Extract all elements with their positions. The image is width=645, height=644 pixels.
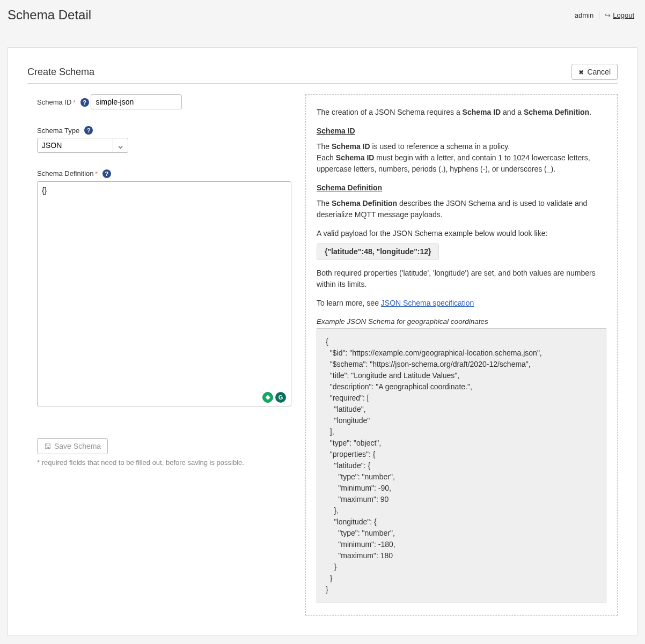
help-icon[interactable] [84,126,93,135]
schema-id-input[interactable] [91,94,182,109]
example-caption: Example JSON Schema for geographical coo… [317,316,606,327]
logout-icon [605,11,611,19]
main-panel: Create Schema Cancel Schema ID * Schema … [8,47,637,635]
help-icon[interactable] [80,98,89,107]
help-text: Schema ID [463,108,501,116]
required-marker: * [96,171,98,177]
code-snippet: {"latitude":48, "longitude":12} [317,243,439,260]
help-text: The creation of a JSON Schema requires a [317,108,463,116]
logout-label: Logout [613,11,634,19]
help-text: The [317,199,332,208]
required-footnote: * required fields that need to be filled… [37,458,291,467]
extension-icon[interactable]: ◆ [262,392,273,403]
grammarly-icon[interactable]: G [275,392,286,403]
help-text: To learn more, see [317,299,381,307]
section-title: Create Schema [27,66,94,78]
help-text: The [317,142,332,151]
help-icon[interactable] [102,169,111,178]
save-label: Save Schema [54,442,101,450]
schema-type-label: Schema Type [37,127,79,135]
page-title: Schema Detail [8,8,91,23]
cancel-button[interactable]: Cancel [571,64,618,80]
example-code-block: { "$id": "https://example.com/geographic… [317,328,606,603]
help-text: is used to reference a schema in a polic… [370,142,510,151]
required-marker: * [73,99,75,106]
help-text: Each [317,153,336,162]
close-icon [578,68,584,76]
help-text: Both required properties ('latitude', 'l… [317,268,606,290]
help-heading: Schema ID [317,125,606,137]
help-text: A valid payload for the JSON Schema exam… [317,228,606,239]
cancel-label: Cancel [587,68,611,76]
save-icon [44,442,51,450]
help-text: and a [501,108,524,116]
help-text: Schema Definition [332,199,397,208]
logout-link[interactable]: Logout [605,11,634,19]
username-label: admin [575,11,593,19]
schema-definition-textarea[interactable] [37,181,291,406]
help-text: Schema ID [332,142,370,151]
header-divider [599,11,599,19]
json-schema-spec-link[interactable]: JSON Schema specification [381,299,474,307]
schema-definition-label: Schema Definition [37,169,94,177]
help-panel: The creation of a JSON Schema requires a… [305,94,618,616]
help-text: . [589,108,591,116]
help-text: Schema ID [336,153,375,162]
schema-id-label: Schema ID [37,98,71,106]
help-heading: Schema Definition [317,182,606,194]
save-schema-button[interactable]: Save Schema [37,438,108,454]
schema-type-select[interactable] [37,138,128,153]
help-text: Schema Definition [524,108,589,116]
